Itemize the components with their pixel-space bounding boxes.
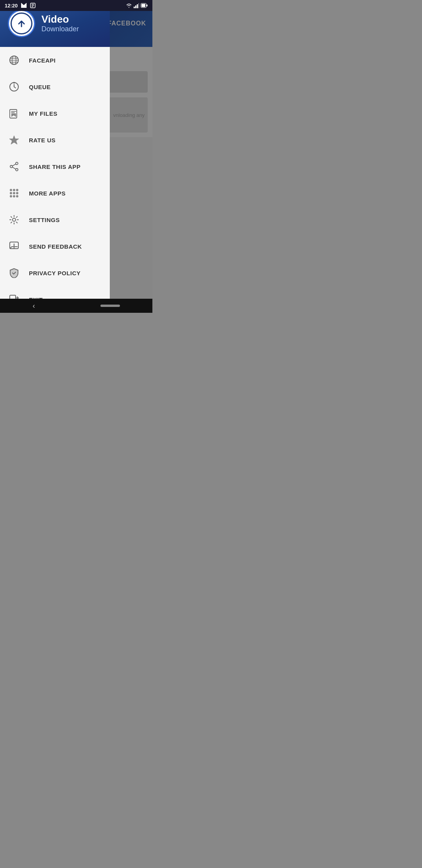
signal-icon <box>134 3 139 8</box>
app-logo <box>8 10 35 37</box>
menu-item-send-feedback[interactable]: SEND FEEDBACK <box>0 233 110 260</box>
svg-point-16 <box>10 165 13 168</box>
faceapi-label: FACEAPI <box>29 57 56 64</box>
svg-rect-4 <box>138 3 139 8</box>
app-name-downloader: Downloader <box>41 25 79 33</box>
svg-line-17 <box>13 164 16 166</box>
navigation-bar: ‹ <box>0 299 152 313</box>
navigation-drawer: Video Downloader FACEAPI <box>0 0 110 299</box>
svg-point-15 <box>16 169 18 171</box>
share-app-label: SHARE THIS APP <box>29 163 80 170</box>
menu-item-faceapi[interactable]: FACEAPI <box>0 47 110 74</box>
globe-icon <box>8 54 20 66</box>
logo-inner <box>11 13 32 34</box>
more-apps-label: MORE APPS <box>29 190 66 197</box>
send-feedback-label: SEND FEEDBACK <box>29 243 82 250</box>
svg-point-31 <box>14 247 15 248</box>
back-button[interactable]: ‹ <box>33 302 35 310</box>
app-name-block: Video Downloader <box>41 14 79 33</box>
svg-point-19 <box>10 189 12 191</box>
battery-icon <box>141 3 148 8</box>
svg-marker-12 <box>11 113 16 117</box>
menu-item-my-files[interactable]: MY FILES <box>0 100 110 127</box>
svg-point-27 <box>16 195 18 197</box>
shield-icon <box>8 267 20 279</box>
status-time: 12:20 <box>5 3 18 9</box>
svg-marker-13 <box>9 136 19 144</box>
status-bar: 12:20 <box>0 0 152 11</box>
app-name-video: Video <box>41 14 79 25</box>
gear-icon <box>8 213 20 226</box>
more-apps-icon <box>8 187 20 199</box>
svg-line-18 <box>13 167 16 169</box>
svg-point-24 <box>16 192 18 194</box>
my-files-icon <box>8 107 20 120</box>
wifi-icon <box>126 3 132 8</box>
svg-point-20 <box>13 189 15 191</box>
home-pill[interactable] <box>100 305 120 307</box>
status-icons <box>126 3 148 8</box>
privacy-policy-label: PRIVACY POLICY <box>29 270 80 276</box>
svg-point-23 <box>13 192 15 194</box>
my-files-label: MY FILES <box>29 110 57 117</box>
svg-point-28 <box>13 218 16 221</box>
status-left: 12:20 <box>5 3 36 9</box>
menu-item-rate-us[interactable]: RATE US <box>0 127 110 153</box>
gmail-icon <box>21 3 27 8</box>
svg-point-26 <box>13 195 15 197</box>
svg-rect-7 <box>141 4 145 7</box>
menu-item-settings[interactable]: SETTINGS <box>0 206 110 233</box>
feedback-icon <box>8 240 20 253</box>
upload-arrow-icon <box>15 17 28 30</box>
svg-point-22 <box>10 192 12 194</box>
svg-point-14 <box>16 162 18 165</box>
svg-rect-3 <box>137 4 138 8</box>
share-icon <box>8 160 20 173</box>
settings-label: SETTINGS <box>29 217 60 223</box>
svg-rect-2 <box>135 5 136 8</box>
drawer-menu: FACEAPI QUEUE MY FILES <box>0 47 110 299</box>
star-icon <box>8 134 20 146</box>
svg-point-21 <box>16 189 18 191</box>
menu-item-privacy-policy[interactable]: PRIVACY POLICY <box>0 260 110 286</box>
menu-item-share-app[interactable]: SHARE THIS APP <box>0 153 110 180</box>
svg-rect-32 <box>10 295 16 299</box>
svg-point-25 <box>10 195 12 197</box>
menu-item-exit[interactable]: EXIT <box>0 286 110 299</box>
menu-item-more-apps[interactable]: MORE APPS <box>0 180 110 206</box>
exit-icon <box>8 293 20 299</box>
rate-us-label: RATE US <box>29 137 55 143</box>
queue-label: QUEUE <box>29 84 51 90</box>
cloud-icon <box>30 3 36 8</box>
queue-icon <box>8 81 20 93</box>
svg-rect-6 <box>147 5 148 7</box>
svg-rect-1 <box>134 7 135 8</box>
menu-item-queue[interactable]: QUEUE <box>0 74 110 100</box>
